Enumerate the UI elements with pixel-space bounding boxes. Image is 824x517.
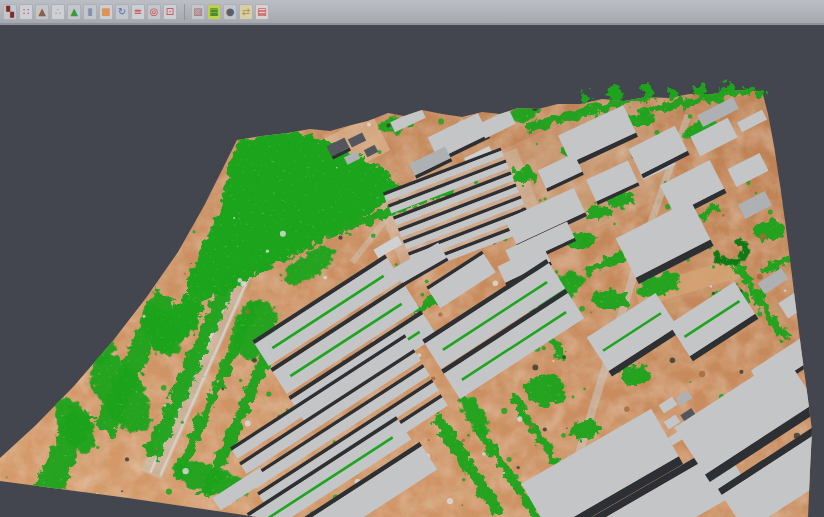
terrain-model-icon: ▲ xyxy=(38,7,46,17)
point-speckle xyxy=(166,310,171,315)
point-speckle xyxy=(233,217,235,219)
point-speckle xyxy=(558,383,564,389)
point-speckle xyxy=(784,289,786,291)
transform-button[interactable]: ⇄ xyxy=(239,4,253,20)
vegetation-class-button[interactable]: ▲ xyxy=(67,4,81,20)
point-speckle xyxy=(185,314,188,317)
point-speckle xyxy=(710,285,712,287)
point-speckle xyxy=(757,274,763,280)
point-speckle xyxy=(501,408,507,414)
tree-silhouette xyxy=(608,86,622,100)
point-speckle xyxy=(238,278,242,282)
classification-colors-icon: ▦ xyxy=(209,7,218,17)
transform-icon: ⇄ xyxy=(242,7,250,17)
point-speckle xyxy=(543,427,547,431)
point-speckle xyxy=(572,396,575,399)
delete-section-button[interactable]: ▤ xyxy=(255,4,269,20)
point-speckle xyxy=(208,300,211,303)
tree-silhouette xyxy=(757,89,767,99)
scalar-bands-button[interactable]: ≡ xyxy=(131,4,145,20)
point-pairs-icon: ∷ xyxy=(23,7,29,17)
point-speckle xyxy=(552,360,554,362)
point-speckle xyxy=(788,337,791,340)
subsample-button[interactable]: ∴ xyxy=(51,4,65,20)
height-column-icon: ▮ xyxy=(87,7,93,17)
point-speckle xyxy=(562,355,566,359)
scalar-bands-icon: ≡ xyxy=(134,7,142,17)
toolbar-separator xyxy=(179,4,185,20)
point-speckle xyxy=(273,306,276,309)
point-speckle xyxy=(221,388,224,391)
height-column-button[interactable]: ▮ xyxy=(83,4,97,20)
point-speckle xyxy=(125,457,129,461)
point-speckle xyxy=(181,421,184,424)
point-speckle xyxy=(438,119,444,125)
point-speckle xyxy=(739,370,743,374)
point-speckle xyxy=(169,417,172,420)
point-speckle xyxy=(276,212,282,218)
point-speckle xyxy=(565,351,567,353)
cross-section-icon: ▨ xyxy=(193,7,202,17)
point-speckle xyxy=(482,452,486,456)
point-speckle xyxy=(378,150,382,154)
point-speckle xyxy=(257,146,260,149)
point-pairs-button[interactable]: ∷ xyxy=(19,4,33,20)
point-speckle xyxy=(245,421,251,427)
segment-box-button[interactable]: ⊡ xyxy=(163,4,177,20)
ground-class-button[interactable]: ■ xyxy=(99,4,113,20)
point-speckle xyxy=(280,231,286,237)
recompute-icon: ↻ xyxy=(118,7,126,17)
point-speckle xyxy=(143,315,146,318)
point-speckle xyxy=(768,209,773,214)
point-speckle xyxy=(323,276,327,280)
point-speckle xyxy=(193,230,196,233)
point-speckle xyxy=(624,407,629,412)
point-speckle xyxy=(245,310,250,315)
point-speckle xyxy=(566,428,568,430)
point-speckle xyxy=(241,281,247,287)
point-speckle xyxy=(184,273,186,275)
point-speckle xyxy=(536,143,538,145)
terrain-model-button[interactable]: ▲ xyxy=(35,4,49,20)
point-speckle xyxy=(447,498,453,504)
point-speckle xyxy=(164,404,167,407)
point-speckle xyxy=(299,281,301,283)
point-speckle xyxy=(182,468,188,474)
point-speckle xyxy=(579,306,585,312)
point-speckle xyxy=(517,466,520,469)
viewport-3d[interactable] xyxy=(0,0,824,517)
tree-silhouette xyxy=(579,91,591,103)
cross-section-button[interactable]: ▨ xyxy=(191,4,205,20)
pick-center-button[interactable]: ◎ xyxy=(147,4,161,20)
point-speckle xyxy=(223,470,229,476)
point-speckle xyxy=(314,231,316,233)
point-speckle xyxy=(461,504,463,506)
point-speckle xyxy=(266,391,271,396)
point-speckle xyxy=(307,160,313,166)
point-speckle xyxy=(712,265,715,268)
point-speckle xyxy=(760,234,766,240)
point-speckle xyxy=(462,478,466,482)
roughness-button[interactable]: ▚ xyxy=(3,4,17,20)
snapshot-button[interactable]: ● xyxy=(223,4,237,20)
point-speckle xyxy=(302,207,305,210)
ground-class-icon: ■ xyxy=(101,7,110,17)
point-speckle xyxy=(270,165,276,171)
point-speckle xyxy=(539,199,541,201)
point-speckle xyxy=(155,448,158,451)
point-speckle xyxy=(133,368,136,371)
point-speckle xyxy=(542,346,546,350)
point-speckle xyxy=(722,214,725,217)
point-speckle xyxy=(386,124,390,128)
snapshot-icon: ● xyxy=(226,7,235,17)
recompute-button[interactable]: ↻ xyxy=(115,4,129,20)
classification-colors-button[interactable]: ▦ xyxy=(207,4,221,20)
point-speckle xyxy=(688,114,692,118)
point-speckle xyxy=(613,223,616,226)
point-speckle xyxy=(96,446,99,449)
segment-box-icon: ⊡ xyxy=(166,7,174,17)
point-speckle xyxy=(6,477,8,479)
point-speckle xyxy=(367,123,371,127)
point-speckle xyxy=(338,236,342,240)
point-speckle xyxy=(757,312,762,317)
